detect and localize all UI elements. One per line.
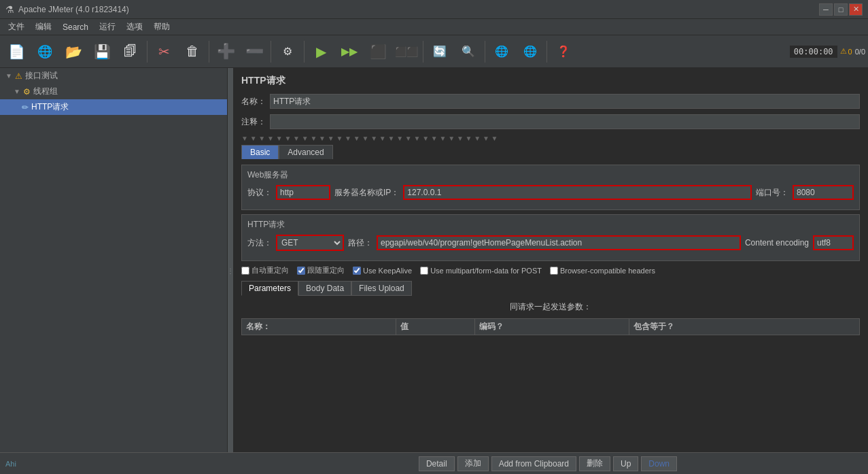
- multipart-checkbox[interactable]: [420, 267, 428, 275]
- new-button[interactable]: 📄: [3, 38, 30, 65]
- menu-options[interactable]: 选项: [121, 20, 148, 34]
- encoding-label: Content encoding: [745, 238, 809, 248]
- saveas-button[interactable]: 🗐: [117, 38, 144, 65]
- menu-file[interactable]: 文件: [3, 20, 30, 34]
- follow-redirect-checkbox[interactable]: [297, 267, 305, 275]
- col-value: 值: [396, 319, 475, 335]
- toolbar-right: 00:00:00 ⚠ 0 0/0: [790, 46, 865, 58]
- detail-button[interactable]: Detail: [419, 456, 455, 471]
- main-layout: ▼ ⚠ 接口测试 ▼ ⚙ 线程组 ✏ HTTP请求 ⋮ HTTP请求 名称： 注…: [0, 68, 868, 474]
- add-toolbar-button[interactable]: ➕: [212, 38, 239, 65]
- expand-arrow[interactable]: ▼ ▼ ▼ ▼ ▼ ▼ ▼ ▼ ▼ ▼ ▼ ▼ ▼ ▼ ▼ ▼ ▼ ▼ ▼ ▼ …: [241, 135, 498, 142]
- warning-count: 0: [848, 48, 852, 56]
- title-bar-text: Apache JMeter (4.0 r1823414): [18, 5, 129, 14]
- menu-bar: 文件 编辑 Search 运行 选项 帮助: [0, 19, 868, 35]
- checkbox-multipart: Use multipart/form-data for POST: [420, 267, 542, 275]
- tab-basic[interactable]: Basic: [241, 145, 279, 159]
- tab-bar: Basic Advanced: [241, 145, 860, 159]
- checkbox-auto-redirect: 自动重定向: [241, 265, 289, 275]
- start-button[interactable]: ▶: [307, 38, 334, 65]
- remove-toolbar-button[interactable]: ➖: [241, 38, 268, 65]
- template-button[interactable]: 🌐: [31, 38, 58, 65]
- auto-redirect-checkbox[interactable]: [241, 267, 249, 275]
- separator-2: [209, 41, 209, 63]
- search-toolbar-button[interactable]: 🔍: [455, 38, 482, 65]
- encoding-input[interactable]: [813, 235, 854, 250]
- server-input[interactable]: [403, 185, 752, 200]
- toggle-button[interactable]: ⚙: [274, 38, 301, 65]
- port-input[interactable]: [793, 185, 854, 200]
- sidebar-item-http-request[interactable]: ✏ HTTP请求: [0, 99, 227, 115]
- content-area: HTTP请求 名称： 注释： ▼ ▼ ▼ ▼ ▼ ▼ ▼ ▼ ▼ ▼ ▼ ▼ ▼…: [233, 68, 868, 474]
- collapse-icon: ▼: [5, 72, 12, 80]
- menu-run[interactable]: 运行: [94, 20, 121, 34]
- delete-toolbar-button[interactable]: 🗑: [179, 38, 206, 65]
- checkbox-follow-redirect: 跟随重定向: [297, 265, 345, 275]
- sidebar-label-thread-group: 线程组: [33, 86, 58, 97]
- path-label: 路径：: [348, 237, 372, 249]
- menu-help[interactable]: 帮助: [148, 20, 175, 34]
- start-no-pause-button[interactable]: ▶▶: [336, 38, 363, 65]
- protocol-label: 协议：: [247, 187, 272, 199]
- clear-button[interactable]: 🔄: [426, 38, 453, 65]
- sidebar-item-test-plan[interactable]: ▼ ⚠ 接口测试: [0, 68, 227, 84]
- maximize-button[interactable]: □: [834, 3, 848, 16]
- remote-start-button[interactable]: 🌐: [488, 38, 515, 65]
- follow-redirect-label: 跟随重定向: [307, 265, 345, 275]
- remote-stop-button[interactable]: 🌐: [517, 38, 544, 65]
- separator-3: [271, 41, 271, 63]
- name-input[interactable]: [270, 94, 860, 109]
- collapse-icon-thread: ▼: [14, 88, 20, 95]
- params-table: 名称： 值 编码？ 包含等于？: [241, 318, 860, 335]
- close-button[interactable]: ✕: [849, 3, 863, 16]
- comment-label: 注释：: [241, 116, 266, 128]
- http-request-section: HTTP请求 方法： GET POST PUT DELETE 路径： Conte…: [241, 214, 860, 261]
- sub-tab-files-upload[interactable]: Files Upload: [351, 281, 412, 296]
- add-param-button[interactable]: 添加: [457, 456, 489, 471]
- col-name: 名称：: [242, 319, 396, 335]
- multipart-label: Use multipart/form-data for POST: [430, 267, 542, 275]
- separator-6: [485, 41, 485, 63]
- minimize-button[interactable]: ─: [819, 3, 833, 16]
- web-server-title: Web服务器: [247, 169, 854, 181]
- comment-row: 注释：: [241, 114, 860, 129]
- sub-tab-parameters[interactable]: Parameters: [241, 281, 298, 296]
- help-toolbar-button[interactable]: ❓: [550, 38, 577, 65]
- params-header: 同请求一起发送参数：: [241, 299, 860, 316]
- page-title: HTTP请求: [241, 75, 860, 87]
- save-button[interactable]: 💾: [88, 38, 116, 65]
- server-label: 服务器名称或IP：: [334, 187, 399, 199]
- sub-tab-bar: Parameters Body Data Files Upload: [241, 281, 860, 296]
- add-from-clipboard-button[interactable]: Add from Clipboard: [491, 456, 576, 471]
- port-label: 端口号：: [756, 187, 788, 199]
- menu-search[interactable]: Search: [57, 21, 94, 33]
- delete-param-button[interactable]: 删除: [579, 456, 610, 471]
- method-select[interactable]: GET POST PUT DELETE: [276, 235, 344, 251]
- keepalive-checkbox[interactable]: [353, 267, 361, 275]
- protocol-input[interactable]: [276, 185, 330, 200]
- separator-7: [546, 41, 547, 63]
- path-input[interactable]: [377, 235, 741, 250]
- tab-advanced[interactable]: Advanced: [279, 145, 332, 159]
- separator-4: [304, 41, 305, 63]
- sidebar-item-thread-group[interactable]: ▼ ⚙ 线程组: [0, 84, 227, 99]
- cut-button[interactable]: ✂: [150, 38, 177, 65]
- title-bar: ⚗ Apache JMeter (4.0 r1823414) ─ □ ✕: [0, 0, 868, 19]
- col-include: 包含等于？: [629, 319, 860, 335]
- comment-input[interactable]: [270, 114, 860, 129]
- menu-edit[interactable]: 编辑: [30, 20, 57, 34]
- stop-button[interactable]: ⬛: [364, 38, 392, 65]
- web-server-section: Web服务器 协议： 服务器名称或IP： 端口号：: [241, 165, 860, 210]
- open-button[interactable]: 📂: [60, 38, 87, 65]
- collapse-handle[interactable]: ⋮: [228, 68, 233, 474]
- sidebar: ▼ ⚠ 接口测试 ▼ ⚙ 线程组 ✏ HTTP请求: [0, 68, 228, 474]
- server-row: 协议： 服务器名称或IP： 端口号：: [247, 185, 854, 200]
- name-row: 名称：: [241, 94, 860, 109]
- down-button[interactable]: Down: [641, 456, 677, 471]
- app-icon: ⚗: [5, 4, 14, 15]
- sub-tab-body-data[interactable]: Body Data: [298, 281, 351, 296]
- shutdown-button[interactable]: ⬛⬛: [393, 38, 420, 65]
- http-request-icon: ✏: [22, 103, 29, 112]
- browser-compat-checkbox[interactable]: [550, 267, 558, 275]
- up-button[interactable]: Up: [613, 456, 638, 471]
